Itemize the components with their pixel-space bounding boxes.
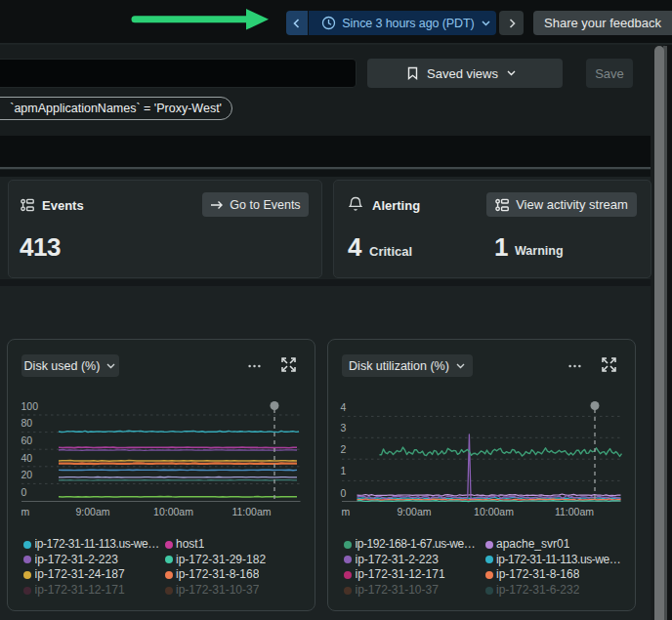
svg-text:0: 0 <box>340 487 346 499</box>
svg-text:2: 2 <box>340 443 346 455</box>
svg-text:11:00am: 11:00am <box>554 506 593 517</box>
svg-text:0: 0 <box>21 486 26 498</box>
svg-text:10:00am: 10:00am <box>474 506 514 517</box>
svg-text:4: 4 <box>340 401 346 413</box>
svg-text:m: m <box>341 506 350 517</box>
svg-text:60: 60 <box>21 434 32 446</box>
svg-text:3: 3 <box>340 422 346 434</box>
svg-text:20: 20 <box>21 469 32 480</box>
svg-text:9:00am: 9:00am <box>397 506 431 517</box>
svg-text:11:00am: 11:00am <box>231 506 271 517</box>
svg-text:m: m <box>21 506 29 517</box>
svg-text:9:00am: 9:00am <box>75 506 109 517</box>
svg-text:100: 100 <box>21 400 38 412</box>
svg-text:80: 80 <box>21 417 32 429</box>
svg-text:1: 1 <box>340 465 346 476</box>
svg-text:40: 40 <box>21 452 32 464</box>
svg-text:10:00am: 10:00am <box>153 506 193 517</box>
